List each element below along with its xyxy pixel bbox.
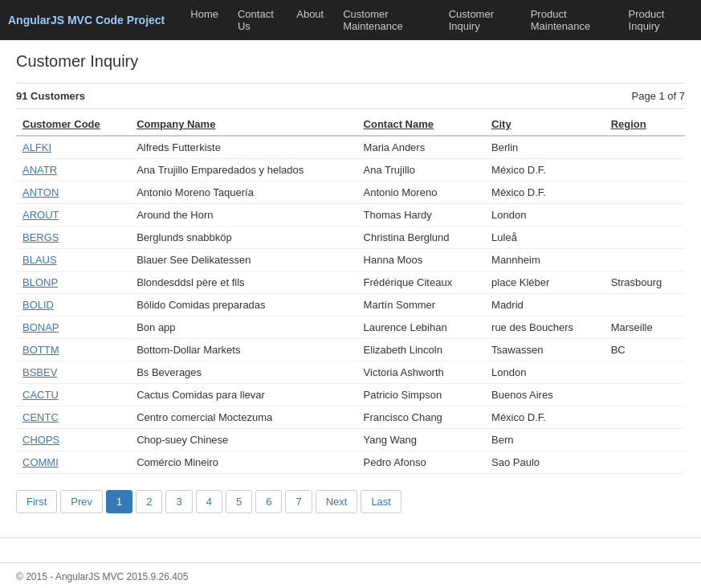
table-body: ALFKIAlfreds FutterkisteMaria AndersBerl…: [16, 136, 685, 474]
summary-bar: 91 Customers Page 1 of 7: [16, 83, 685, 109]
customer-code-link[interactable]: BONAP: [22, 321, 59, 333]
col-city-sort-link[interactable]: City: [491, 118, 511, 130]
col-contact-name-sort-link[interactable]: Contact Name: [364, 118, 434, 130]
cell-region: [605, 136, 685, 159]
col-contact-name: Contact Name: [357, 113, 485, 136]
table-row: BOLIDBólido Comidas preparadasMartín Som…: [16, 294, 685, 316]
cell-city: Bern: [485, 429, 605, 451]
table-row: CENTCCentro comercial MoctezumaFrancisco…: [16, 406, 685, 429]
cell-contact-name: Antonio Moreno: [357, 182, 485, 204]
cell-customer-code: ANATR: [16, 159, 130, 182]
btn-first[interactable]: First: [16, 490, 57, 513]
nav-customer-maintenance[interactable]: Customer Maintenance: [333, 0, 438, 40]
btn-6[interactable]: 6: [255, 490, 282, 513]
customer-code-link[interactable]: AROUT: [22, 209, 59, 221]
table-row: CHOPSChop-suey ChineseYang WangBern: [16, 429, 685, 451]
cell-contact-name: Christina Berglund: [357, 227, 485, 249]
customer-code-link[interactable]: CENTC: [22, 411, 59, 423]
navbar-brand[interactable]: AngularJS MVC Code Project: [8, 14, 165, 27]
cell-region: [605, 204, 685, 227]
table-row: BONAPBon appLaurence Lebihanrue des Bouc…: [16, 316, 685, 339]
cell-customer-code: BSBEV: [16, 361, 130, 384]
cell-company-name: Berglunds snabbköp: [130, 227, 357, 249]
cell-customer-code: COMMI: [16, 451, 130, 474]
cell-contact-name: Hanna Moos: [357, 249, 485, 272]
cell-company-name: Centro comercial Moctezuma: [130, 406, 357, 429]
cell-contact-name: Laurence Lebihan: [357, 316, 485, 339]
table-row: COMMIComércio MineiroPedro AfonsoSao Pau…: [16, 451, 685, 474]
cell-company-name: Alfreds Futterkiste: [130, 136, 357, 159]
cell-customer-code: AROUT: [16, 204, 130, 227]
btn-next[interactable]: Next: [316, 490, 358, 513]
customer-code-link[interactable]: BOLID: [22, 299, 54, 311]
customer-code-link[interactable]: BSBEV: [22, 366, 57, 378]
page-title: Customer Inquiry: [16, 52, 685, 71]
cell-city: place Kléber: [485, 272, 605, 294]
cell-contact-name: Francisco Chang: [357, 406, 485, 429]
page-content: Customer Inquiry 91 Customers Page 1 of …: [0, 40, 701, 525]
nav-customer-inquiry[interactable]: Customer Inquiry: [439, 0, 521, 40]
page-indicator: Page 1 of 7: [632, 90, 686, 102]
btn-1[interactable]: 1: [106, 490, 132, 513]
customer-code-link[interactable]: COMMI: [22, 456, 59, 468]
cell-city: Tsawassen: [485, 339, 605, 361]
btn-last[interactable]: Last: [361, 490, 401, 513]
nav-about[interactable]: About: [287, 0, 333, 28]
cell-contact-name: Patricio Simpson: [357, 384, 485, 406]
cell-company-name: Blauer See Delikatessen: [130, 249, 357, 272]
nav-contact-us[interactable]: Contact Us: [228, 0, 287, 40]
cell-contact-name: Victoria Ashworth: [357, 361, 485, 384]
table-row: AROUTAround the HornThomas HardyLondon: [16, 204, 685, 227]
cell-customer-code: CHOPS: [16, 429, 130, 451]
customer-code-link[interactable]: CHOPS: [22, 434, 59, 446]
btn-3[interactable]: 3: [165, 490, 192, 513]
btn-prev[interactable]: Prev: [60, 490, 103, 513]
cell-customer-code: ALFKI: [16, 136, 130, 159]
cell-contact-name: Maria Anders: [357, 136, 485, 159]
customer-code-link[interactable]: ANATR: [22, 164, 57, 176]
nav-product-maintenance[interactable]: Product Maintenance: [521, 0, 619, 40]
cell-city: México D.F.: [485, 406, 605, 429]
cell-customer-code: BOLID: [16, 294, 130, 316]
cell-city: Sao Paulo: [485, 451, 605, 474]
cell-city: Luleå: [485, 227, 605, 249]
cell-region: [605, 406, 685, 429]
nav-product-inquiry[interactable]: Product Inquiry: [619, 0, 693, 40]
btn-7[interactable]: 7: [285, 490, 312, 513]
customer-code-link[interactable]: BLONP: [22, 276, 58, 288]
cell-region: [605, 429, 685, 451]
customer-code-link[interactable]: BOTTM: [22, 344, 59, 356]
cell-company-name: Bs Beverages: [130, 361, 357, 384]
cell-region: [605, 451, 685, 474]
col-region: Region: [605, 113, 685, 136]
customer-code-link[interactable]: BERGS: [22, 231, 59, 243]
cell-company-name: Blondesddsl père et fils: [130, 272, 357, 294]
cell-region: BC: [605, 339, 685, 361]
footer-text: © 2015 - AngularJS MVC 2015.9.26.405: [16, 571, 188, 582]
cell-city: Mannheim: [485, 249, 605, 272]
customer-code-link[interactable]: BLAUS: [22, 254, 57, 266]
cell-company-name: Chop-suey Chinese: [130, 429, 357, 451]
btn-4[interactable]: 4: [196, 490, 222, 513]
col-company-name-sort-link[interactable]: Company Name: [137, 118, 215, 130]
cell-city: México D.F.: [485, 182, 605, 204]
btn-5[interactable]: 5: [226, 490, 252, 513]
cell-region: [605, 384, 685, 406]
customer-code-link[interactable]: ALFKI: [22, 141, 51, 153]
btn-2[interactable]: 2: [136, 490, 162, 513]
customer-code-link[interactable]: ANTON: [22, 186, 59, 198]
cell-city: Buenos Aires: [485, 384, 605, 406]
navbar: AngularJS MVC Code Project HomeContact U…: [0, 0, 701, 40]
col-region-sort-link[interactable]: Region: [611, 118, 646, 130]
col-customer-code-sort-link[interactable]: Customer Code: [22, 118, 100, 130]
cell-city: México D.F.: [485, 159, 605, 182]
cell-city: rue des Bouchers: [485, 316, 605, 339]
cell-city: Madrid: [485, 294, 605, 316]
cell-contact-name: Elizabeth Lincoln: [357, 339, 485, 361]
table-row: BSBEVBs BeveragesVictoria AshworthLondon: [16, 361, 685, 384]
cell-region: [605, 182, 685, 204]
nav-home[interactable]: Home: [181, 0, 228, 28]
customer-code-link[interactable]: CACTU: [22, 389, 59, 401]
nav-links: HomeContact UsAboutCustomer MaintenanceC…: [181, 0, 693, 40]
cell-city: Berlin: [485, 136, 605, 159]
